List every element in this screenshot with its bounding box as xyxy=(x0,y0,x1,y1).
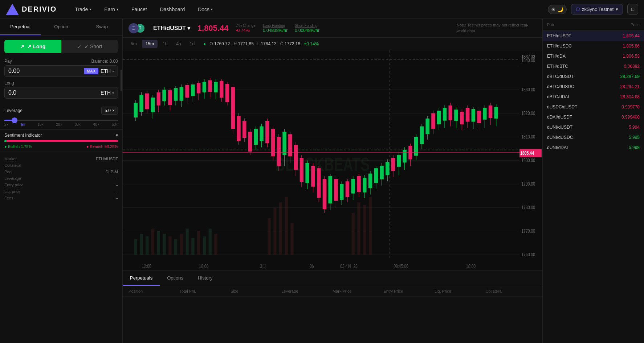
svg-rect-132 xyxy=(403,150,407,163)
long-token-select[interactable]: ETH ▾ xyxy=(101,90,114,96)
pair-list-item[interactable]: dUNI/dUSDC5.995 xyxy=(543,132,644,142)
svg-rect-154 xyxy=(466,108,470,122)
pair-list-item[interactable]: dUNI/dUSDT5.994 xyxy=(543,122,644,132)
pay-input[interactable] xyxy=(8,68,84,74)
pair-list-item[interactable]: dBTC/dUSDC28,294.21 xyxy=(543,82,644,92)
leverage-labels: 2× 5× 10× 20× 30× 40× 50× xyxy=(4,123,118,127)
pool-label: Pool xyxy=(4,170,12,174)
market-info: Market ETH/dUSDT Collateral Pool DLP-M L… xyxy=(0,152,122,343)
tf-1h[interactable]: 1h xyxy=(159,40,171,48)
svg-rect-26 xyxy=(208,228,211,255)
pair-list-item[interactable]: ETH/dDAI1,806.53 xyxy=(543,51,644,61)
nav-trade[interactable]: Trade ▾ xyxy=(68,0,98,19)
bottom-tab-history[interactable]: History xyxy=(191,271,220,286)
theme-toggle-button[interactable]: ☀ 🌙 xyxy=(548,5,567,14)
market-value: ETH/dUSDT xyxy=(96,157,118,161)
long-button[interactable]: ↗ ↗ Long xyxy=(4,40,61,53)
lever-mark-10x: 10× xyxy=(37,123,44,127)
svg-rect-32 xyxy=(290,223,293,255)
pay-input-row: MAX ETH ▾ xyxy=(4,65,118,77)
svg-rect-70 xyxy=(225,84,229,102)
tab-swap[interactable]: Swap xyxy=(82,19,122,35)
long-icon: ↗ xyxy=(20,44,24,49)
tf-5m[interactable]: 5m xyxy=(127,40,140,48)
svg-rect-110 xyxy=(340,184,344,200)
pair-list-item[interactable]: ETH/dBTC0.06382 xyxy=(543,61,644,71)
short-button[interactable]: ↙ ↙ Short xyxy=(61,40,118,53)
leverage-track xyxy=(4,120,118,121)
svg-rect-82 xyxy=(260,127,264,141)
sentiment-bar xyxy=(4,140,118,142)
pair-list-item[interactable]: dUNI/dDAI5.998 xyxy=(543,142,644,153)
svg-rect-146 xyxy=(443,108,447,121)
price-col-header: Price xyxy=(631,22,640,27)
pair-list-item[interactable]: dBTC/dUSDT28,287.69 xyxy=(543,71,644,82)
pair-name-label: dUNI/dDAI xyxy=(547,145,568,150)
wallet-button[interactable]: □ □ xyxy=(627,4,638,15)
bottom-tab-perpetuals[interactable]: Perpetuals xyxy=(123,271,160,286)
svg-rect-44 xyxy=(151,98,155,112)
svg-rect-94 xyxy=(294,145,298,170)
tf-15m[interactable]: 15m xyxy=(142,40,158,48)
eth-icon: Ξ xyxy=(129,23,139,33)
svg-text:18:00: 18:00 xyxy=(466,263,476,269)
tab-perpetual[interactable]: Perpetual xyxy=(0,19,41,35)
svg-rect-124 xyxy=(380,166,384,179)
pay-token-select[interactable]: ETH ▾ xyxy=(101,68,114,74)
liq-price-value: – xyxy=(116,189,118,194)
long-input[interactable] xyxy=(8,90,101,96)
bottom-tab-options[interactable]: Options xyxy=(160,271,191,286)
pair-list-item[interactable]: ETH/dUSDT1,805.44 xyxy=(543,31,644,41)
pair-col-header: Pair xyxy=(547,22,554,27)
pair-list-item[interactable]: dBTC/dDAI28,304.68 xyxy=(543,92,644,102)
pair-name-label: dUSDC/dUSDT xyxy=(547,104,577,109)
pair-name[interactable]: ETH/dUSDT ▾ xyxy=(153,25,190,32)
positions-table-header: Position Total PnL Size Leverage Mark Pr… xyxy=(123,286,542,297)
network-selector[interactable]: ⬡ zkSync Testnet ▾ xyxy=(571,4,623,15)
svg-rect-138 xyxy=(420,127,424,144)
nav-dashboard[interactable]: Dashboard xyxy=(154,0,192,19)
pair-price-label: 1,805.86 xyxy=(623,44,640,49)
svg-text:1805.44: 1805.44 xyxy=(520,150,534,156)
svg-text:18:00: 18:00 xyxy=(199,263,208,269)
ohlc-l: L 1764.13 xyxy=(257,41,277,46)
long-input-row: ETH ▾ xyxy=(4,87,118,99)
lever-mark-2x: 2× xyxy=(4,123,8,127)
top-navigation: DERIVIO Trade ▾ Earn ▾ Faucet Dashboard … xyxy=(0,0,644,19)
svg-rect-35 xyxy=(363,205,366,255)
svg-rect-90 xyxy=(282,132,286,155)
nav-docs[interactable]: Docs ▾ xyxy=(191,0,219,19)
wallet-icon: □ xyxy=(631,7,634,12)
pair-list-item[interactable]: dUSDC/dUSDT0.999770 xyxy=(543,102,644,112)
logo[interactable]: DERIVIO xyxy=(6,4,57,15)
pay-token-label: ETH xyxy=(101,68,111,74)
svg-rect-142 xyxy=(431,113,435,129)
svg-rect-92 xyxy=(288,134,292,156)
tab-option[interactable]: Option xyxy=(41,19,81,35)
nav-earn[interactable]: Earn ▾ xyxy=(98,0,125,19)
nav-faucet[interactable]: Faucet xyxy=(125,0,154,19)
leverage-value-display: 5.0 × xyxy=(101,107,118,115)
tf-1d[interactable]: 1d xyxy=(186,40,198,48)
bottom-section: Perpetuals Options History Position Tota… xyxy=(123,270,542,343)
svg-rect-122 xyxy=(374,168,378,183)
pair-list-item[interactable]: ETH/dUSDC1,805.86 xyxy=(543,41,644,51)
svg-rect-102 xyxy=(317,168,321,198)
tf-4h[interactable]: 4h xyxy=(172,40,184,48)
svg-rect-72 xyxy=(231,87,235,129)
pair-list-item[interactable]: dDAI/dUSDT0.999400 xyxy=(543,112,644,122)
svg-rect-58 xyxy=(191,84,195,96)
svg-text:1800.00: 1800.00 xyxy=(521,157,535,163)
long-token-label: ETH xyxy=(101,90,111,96)
max-button[interactable]: MAX xyxy=(84,68,98,74)
ohlc-change: +0.14% xyxy=(304,41,319,46)
zksync-icon: ⬡ xyxy=(576,7,580,12)
pair-name-label: dUNI/dUSDT xyxy=(547,125,572,130)
svg-rect-29 xyxy=(273,208,276,255)
change-value: -0.74% xyxy=(236,28,256,33)
svg-rect-118 xyxy=(363,178,367,192)
svg-text:1820.00: 1820.00 xyxy=(521,110,535,116)
svg-rect-62 xyxy=(203,82,207,92)
pair-name-label: dBTC/dUSDT xyxy=(547,74,574,79)
leverage-thumb[interactable] xyxy=(12,117,17,123)
